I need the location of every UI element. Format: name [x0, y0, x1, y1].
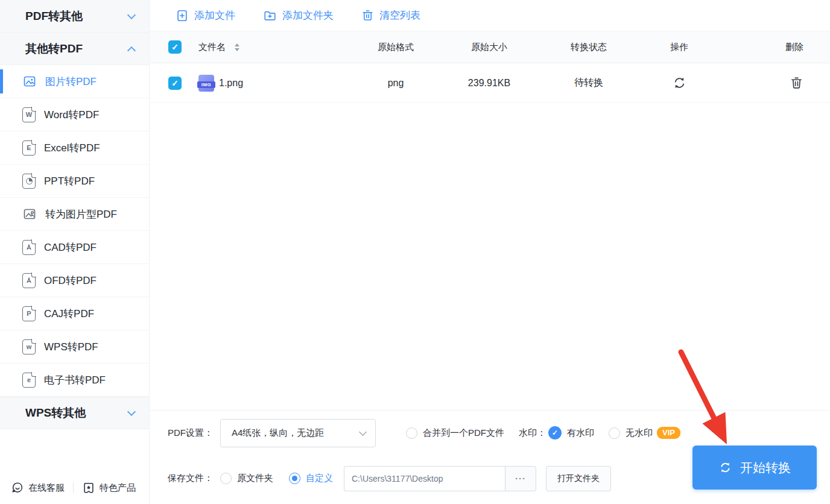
pdf-settings-label: PDF设置：	[168, 427, 213, 439]
pdf-settings-row: PDF设置： A4纸张，纵向，无边距 合并到一个PDF文件 水印： 有水印 无水…	[150, 418, 830, 447]
row-checkbox[interactable]	[168, 77, 182, 90]
chevron-up-icon	[127, 46, 136, 54]
with-watermark-label: 有水印	[567, 427, 594, 439]
sidebar-item-label: 图片转PDF	[45, 75, 97, 89]
sidebar-section-other-to-pdf[interactable]: 其他转PDF	[0, 33, 149, 65]
trash-icon	[361, 9, 374, 22]
online-support-button[interactable]: 在线客服	[11, 481, 65, 494]
sidebar-section-pdf-to-other[interactable]: PDF转其他	[0, 0, 149, 33]
without-watermark-label: 无水印	[626, 427, 653, 439]
with-watermark-radio[interactable]	[548, 426, 562, 439]
file-name: 1.png	[219, 78, 243, 89]
table-row: IMG 1.png png 239.91KB 待转换	[150, 63, 830, 103]
ebook-doc-icon: e	[22, 373, 36, 388]
settings-divider	[150, 410, 830, 411]
merge-pdf-radio[interactable]	[406, 427, 417, 439]
merge-pdf-label: 合并到一个PDF文件	[423, 427, 504, 439]
sidebar-item-caj-to-pdf[interactable]: P CAJ转PDF	[0, 297, 149, 330]
refresh-icon	[672, 75, 687, 90]
sort-icon[interactable]	[235, 43, 239, 51]
original-folder-label: 原文件夹	[237, 473, 273, 484]
image-icon	[22, 74, 37, 89]
save-file-label: 保存文件：	[168, 473, 213, 484]
section-label: 其他转PDF	[25, 41, 128, 57]
delete-row-button[interactable]	[790, 76, 803, 90]
sidebar-item-label: CAJ转PDF	[44, 307, 94, 321]
sidebar-item-wps-to-pdf[interactable]: w WPS转PDF	[0, 330, 149, 364]
custom-folder-radio[interactable]	[289, 473, 300, 484]
pdf-doc-icon	[22, 240, 36, 255]
excel-doc-icon: E	[22, 140, 36, 156]
column-header-format: 原始格式	[350, 42, 441, 53]
clear-list-button[interactable]: 清空列表	[361, 8, 420, 22]
sidebar-item-to-image-pdf[interactable]: 转为图片型PDF	[0, 198, 149, 231]
sidebar-item-label: PPT转PDF	[44, 174, 95, 188]
sidebar-item-label: WPS转PDF	[44, 340, 98, 354]
section-label: WPS转其他	[25, 405, 128, 421]
caj-doc-icon: P	[22, 306, 36, 321]
sidebar-footer: 在线客服 特色产品	[11, 481, 136, 494]
img-badge: IMG	[197, 81, 215, 88]
table-header: 文件名 原始格式 原始大小 转换状态 操作 删除	[150, 31, 830, 63]
word-doc-icon: W	[22, 107, 36, 122]
start-convert-button[interactable]: 开始转换	[692, 446, 817, 490]
select-all-checkbox[interactable]	[168, 40, 182, 54]
sidebar-item-excel-to-pdf[interactable]: E Excel转PDF	[0, 131, 149, 165]
divider	[73, 482, 74, 493]
selected-option: A4纸张，纵向，无边距	[232, 427, 360, 439]
toolbar-label: 添加文件	[194, 8, 235, 22]
toolbar-label: 清空列表	[379, 8, 420, 22]
footer-label: 特色产品	[100, 482, 136, 494]
sidebar-item-label: Word转PDF	[44, 108, 99, 122]
pdf-settings-select[interactable]: A4纸张，纵向，无边距	[220, 419, 376, 447]
chevron-down-icon	[127, 408, 136, 416]
column-header-name: 文件名	[198, 42, 226, 53]
pdf-converter-app: PDF转其他 其他转PDF 图片转PDF W Word转PDF E Excel转…	[0, 0, 830, 504]
section-label: PDF转其他	[25, 8, 128, 24]
trash-icon	[790, 76, 803, 90]
folder-plus-icon	[263, 9, 277, 22]
without-watermark-radio[interactable]	[609, 427, 620, 439]
add-file-button[interactable]: 添加文件	[176, 8, 235, 22]
featured-products-button[interactable]: 特色产品	[82, 481, 136, 494]
column-header-delete: 删除	[718, 42, 812, 53]
toolbar-label: 添加文件夹	[282, 8, 334, 22]
sidebar-section-wps-to-other[interactable]: WPS转其他	[0, 397, 149, 429]
open-folder-button[interactable]: 打开文件夹	[546, 466, 611, 491]
column-header-size: 原始大小	[441, 42, 537, 53]
sidebar-item-ofd-to-pdf[interactable]: OFD转PDF	[0, 264, 149, 297]
wps-doc-icon: w	[22, 339, 36, 354]
file-size: 239.91KB	[441, 78, 537, 89]
sidebar-item-label: CAD转PDF	[44, 241, 97, 254]
convert-row-button[interactable]	[672, 75, 687, 90]
start-convert-label: 开始转换	[740, 459, 791, 476]
toolbar: 添加文件 添加文件夹 清空列表	[150, 0, 830, 31]
browse-button[interactable]: ···	[505, 466, 536, 491]
sidebar-item-cad-to-pdf[interactable]: CAD转PDF	[0, 231, 149, 264]
sidebar-item-label: Excel转PDF	[44, 141, 100, 155]
chevron-down-icon	[127, 10, 136, 19]
original-folder-radio[interactable]	[220, 473, 232, 484]
footer-label: 在线客服	[28, 482, 65, 494]
save-path-input[interactable]	[344, 466, 505, 491]
chat-smiley-icon	[11, 481, 24, 494]
column-header-action: 操作	[640, 42, 718, 53]
save-path-group: ···	[344, 466, 536, 491]
sidebar-item-label: 电子书转PDF	[44, 373, 106, 387]
sidebar-item-word-to-pdf[interactable]: W Word转PDF	[0, 98, 149, 131]
add-folder-button[interactable]: 添加文件夹	[263, 8, 334, 22]
sidebar-item-ppt-to-pdf[interactable]: PPT转PDF	[0, 165, 149, 198]
sidebar-item-ebook-to-pdf[interactable]: e 电子书转PDF	[0, 364, 149, 397]
sidebar-item-label: OFD转PDF	[44, 274, 97, 288]
image-pdf-icon	[22, 207, 37, 221]
sidebar: PDF转其他 其他转PDF 图片转PDF W Word转PDF E Excel转…	[0, 0, 150, 504]
image-file-icon: IMG	[198, 75, 214, 92]
main-panel: 添加文件 添加文件夹 清空列表 文件名	[150, 0, 830, 504]
file-plus-icon	[176, 9, 189, 22]
badge-star-icon	[82, 481, 95, 494]
chevron-down-icon	[359, 428, 367, 436]
custom-folder-label: 自定义	[306, 473, 333, 484]
sidebar-item-label: 转为图片型PDF	[45, 207, 117, 221]
sidebar-item-image-to-pdf[interactable]: 图片转PDF	[0, 65, 149, 98]
ppt-doc-icon	[22, 174, 36, 189]
